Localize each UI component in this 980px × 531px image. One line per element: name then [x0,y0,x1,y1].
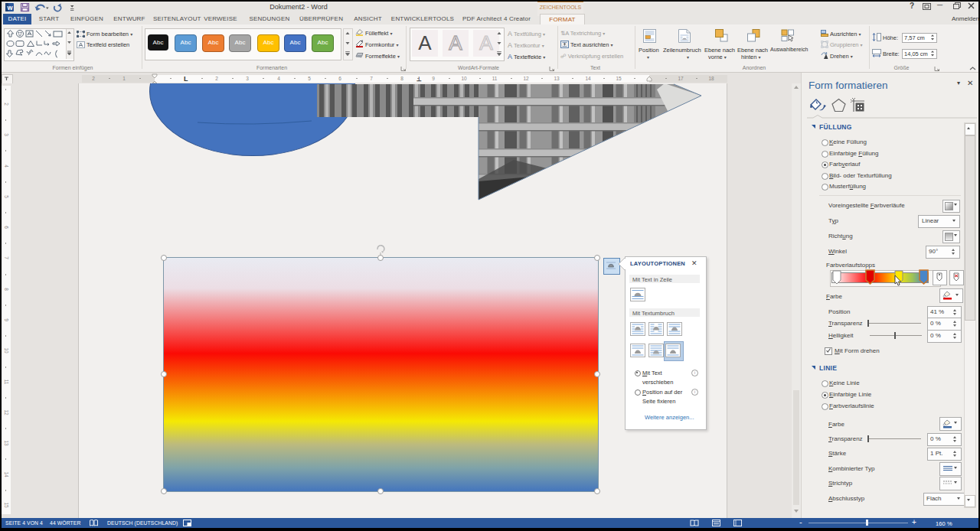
svg-text:w: w [6,4,13,11]
